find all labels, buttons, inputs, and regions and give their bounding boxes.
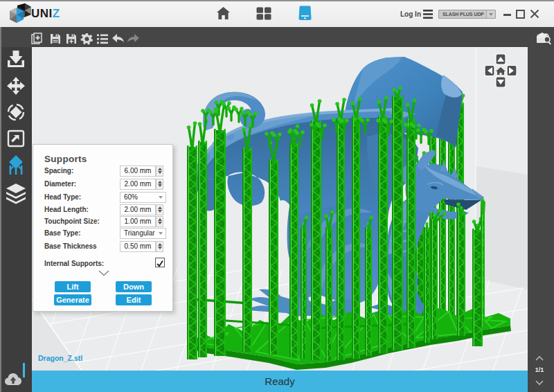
svg-text:1/1: 1/1 (535, 366, 544, 373)
